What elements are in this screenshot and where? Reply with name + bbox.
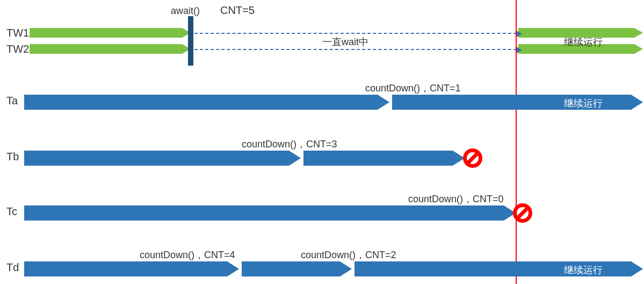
tb-arrow-2	[303, 151, 465, 166]
row-label-tc: Tc	[6, 205, 17, 218]
ta-continue-label: 继续运行	[564, 97, 603, 110]
tb-stop-icon	[463, 148, 482, 168]
cnt-initial-label: CNT=5	[220, 4, 255, 17]
tw-continue-label: 继续运行	[564, 36, 603, 48]
ta-arrow-1	[24, 95, 389, 110]
row-label-tw1: TW1	[6, 27, 29, 39]
ta-arrow-2	[392, 95, 643, 110]
tw2-run-arrow	[30, 44, 191, 54]
tw1-run-arrow	[30, 28, 191, 38]
td-arrow-2	[242, 261, 352, 276]
await-label: await()	[171, 5, 200, 17]
tc-event-label: countDown()，CNT=0	[408, 193, 504, 205]
tb-arrow-1	[24, 151, 301, 166]
td-event2-label: countDown()，CNT=2	[301, 248, 396, 261]
td-continue-label: 继续运行	[564, 264, 603, 276]
td-event1-label: countDown()，CNT=4	[140, 248, 235, 261]
tw1-wait-line	[194, 33, 517, 34]
cnt-zero-line	[516, 0, 517, 284]
row-label-tb: Tb	[6, 151, 19, 163]
await-bar	[188, 16, 193, 66]
row-label-tw2: TW2	[6, 43, 29, 55]
tb-event-label: countDown()，CNT=3	[242, 138, 337, 151]
td-arrow-1	[24, 261, 239, 276]
row-label-td: Td	[6, 261, 19, 274]
tc-arrow-1	[24, 205, 516, 221]
tw2-wait-line	[194, 49, 517, 50]
tc-stop-icon	[513, 203, 532, 223]
waiting-label: 一直wait中	[322, 36, 368, 48]
ta-event-label: countDown()，CNT=1	[365, 82, 461, 95]
row-label-ta: Ta	[6, 95, 18, 107]
